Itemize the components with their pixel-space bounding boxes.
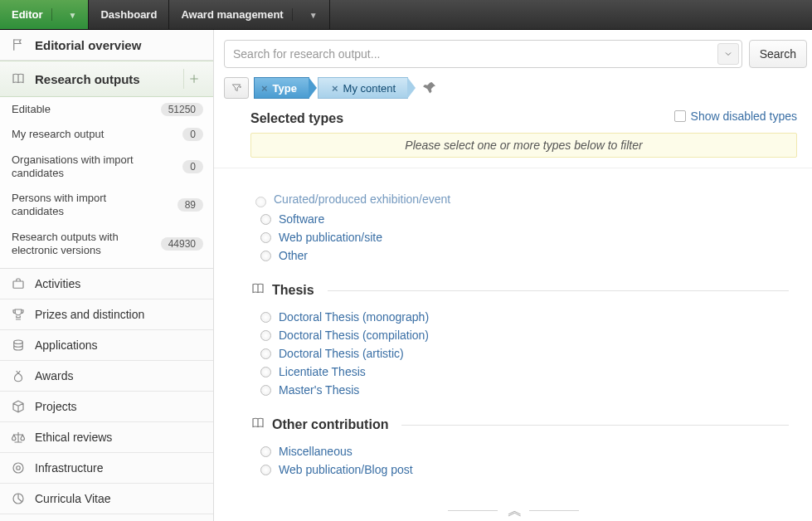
sidebar: Editorial overview Research outputs Edit… <box>0 30 214 521</box>
search-button[interactable]: Search <box>749 40 807 68</box>
sidebar-sub-persons-import[interactable]: Persons with import candidates 89 <box>0 186 213 225</box>
sidebar-item-activities[interactable]: Activities <box>0 269 213 299</box>
sidebar-sub-org-import[interactable]: Organisations with import candidates 0 <box>0 148 213 187</box>
sidebar-item-report[interactable]: Report definitions <box>0 514 213 521</box>
type-option[interactable]: Miscellaneous <box>255 442 789 460</box>
search-input[interactable] <box>224 40 742 68</box>
filter-crumb-mycontent[interactable]: × My content <box>318 77 408 99</box>
book-icon <box>10 71 27 86</box>
topnav-editor-dropdown[interactable]: ▼ <box>51 8 77 21</box>
chevron-up-double-icon: ︽ <box>508 500 519 520</box>
sidebar-item-label: Curricula Vitae <box>35 492 111 505</box>
sidebar-item-awards[interactable]: Awards <box>0 361 213 392</box>
type-option[interactable]: Licentiate Thesis <box>255 363 789 381</box>
sidebar-item-label: Applications <box>35 338 98 352</box>
type-option-cut[interactable]: Curated/produced exhibition/event <box>250 194 789 206</box>
sidebar-sub-myresearch[interactable]: My research output 0 <box>0 122 213 147</box>
pin-icon[interactable] <box>423 80 438 97</box>
type-option[interactable]: Software <box>255 210 789 228</box>
chevron-down-icon: ▼ <box>69 11 77 20</box>
sidebar-sub-electronic[interactable]: Research outputs with electronic version… <box>0 225 213 264</box>
pie-icon <box>10 491 27 506</box>
svg-point-1 <box>14 340 23 344</box>
add-filter-button[interactable] <box>224 77 249 99</box>
svg-rect-0 <box>13 281 23 288</box>
filter-notice: Please select one or more types below to… <box>250 133 797 158</box>
sidebar-item-infrastructure[interactable]: Infrastructure <box>0 453 213 484</box>
type-group-title: Thesis <box>272 283 314 298</box>
remove-filter-icon[interactable]: × <box>332 82 338 95</box>
type-option[interactable]: Doctoral Thesis (monograph) <box>255 308 789 326</box>
main-layout: Editorial overview Research outputs Edit… <box>0 30 812 521</box>
topnav-editor-label: Editor <box>12 8 43 21</box>
divider <box>448 510 498 511</box>
filter-crumb-type[interactable]: × Type <box>254 77 309 99</box>
type-group-title: Other contribution <box>272 417 388 432</box>
flag-icon <box>10 37 27 52</box>
type-option[interactable]: Doctoral Thesis (compilation) <box>255 326 789 344</box>
sidebar-item-prizes[interactable]: Prizes and distinction <box>0 299 213 330</box>
sidebar-item-ethical[interactable]: Ethical reviews <box>0 422 213 453</box>
type-scrollpane[interactable]: Curated/produced exhibition/event Softwa… <box>214 194 812 498</box>
chevron-down-icon: ▼ <box>309 11 318 20</box>
sidebar-research-label: Research outputs <box>35 72 140 86</box>
svg-point-3 <box>17 466 21 470</box>
sidebar-sub-label: Organisations with import candidates <box>12 153 144 181</box>
type-option[interactable]: Web publication/site <box>255 228 789 246</box>
topnav-award[interactable]: Award management ▼ <box>169 0 329 29</box>
sidebar-sub-label: My research output <box>12 128 104 141</box>
collapse-panel-button[interactable]: ︽ <box>214 499 812 521</box>
topnav-dashboard[interactable]: Dashboard <box>89 0 169 29</box>
sidebar-item-cv[interactable]: Curricula Vitae <box>0 484 213 514</box>
sidebar-item-label: Infrastructure <box>35 461 103 475</box>
type-group-thesis: Doctoral Thesis (monograph) Doctoral The… <box>250 308 789 399</box>
svg-point-2 <box>13 463 23 473</box>
show-disabled-label: Show disabled types <box>691 110 797 123</box>
top-navbar: Editor ▼ Dashboard Award management ▼ <box>0 0 812 30</box>
scales-icon <box>10 430 27 445</box>
count-badge: 89 <box>177 198 203 212</box>
sidebar-editorial-label: Editorial overview <box>35 38 141 52</box>
sidebar-item-label: Projects <box>35 400 77 413</box>
filter-row: × Type × My content <box>214 75 812 101</box>
topnav-award-dropdown[interactable]: ▼ <box>292 8 318 21</box>
search-dropdown-toggle[interactable] <box>717 43 739 65</box>
sidebar-research-outputs[interactable]: Research outputs <box>0 61 213 97</box>
type-option[interactable]: Other <box>255 246 789 265</box>
add-research-output-button[interactable] <box>183 69 203 89</box>
sidebar-sub-label: Research outputs with electronic version… <box>12 231 144 258</box>
topnav-dashboard-label: Dashboard <box>100 8 157 21</box>
checkbox-icon <box>674 110 686 122</box>
search-row: Search <box>214 40 812 75</box>
book-icon <box>250 416 265 434</box>
type-option[interactable]: Master's Thesis <box>255 381 789 399</box>
type-group-pre: Software Web publication/site Other <box>250 210 789 265</box>
topnav-award-label: Award management <box>181 8 283 21</box>
count-badge: 51250 <box>161 103 203 116</box>
book-icon <box>250 281 265 299</box>
filter-crumb-label: Type <box>273 82 297 95</box>
ring-icon <box>10 460 27 475</box>
moneybag-icon <box>10 368 27 383</box>
divider <box>529 510 579 511</box>
sidebar-research-subpanel: Editable 51250 My research output 0 Orga… <box>0 97 213 269</box>
coins-icon <box>10 338 27 353</box>
sidebar-item-label: Awards <box>35 369 73 382</box>
remove-filter-icon[interactable]: × <box>261 82 268 95</box>
count-badge: 44930 <box>161 237 203 251</box>
sidebar-sub-editable[interactable]: Editable 51250 <box>0 97 213 122</box>
briefcase-icon <box>10 276 27 291</box>
sidebar-editorial-overview[interactable]: Editorial overview <box>0 30 213 61</box>
selected-types-panel: Selected types Show disabled types Pleas… <box>214 101 812 168</box>
sidebar-item-label: Activities <box>35 277 80 290</box>
show-disabled-toggle[interactable]: Show disabled types <box>674 110 797 123</box>
type-option[interactable]: Doctoral Thesis (artistic) <box>255 344 789 363</box>
type-option[interactable]: Web publication/Blog post <box>255 460 789 479</box>
type-group-other: Miscellaneous Web publication/Blog post <box>250 442 789 479</box>
sidebar-item-label: Prizes and distinction <box>35 308 144 321</box>
sidebar-item-applications[interactable]: Applications <box>0 330 213 361</box>
sidebar-item-projects[interactable]: Projects <box>0 392 213 422</box>
type-group-other-head: Other contribution <box>250 416 789 434</box>
sidebar-sub-label: Editable <box>12 103 51 116</box>
topnav-editor[interactable]: Editor ▼ <box>0 0 89 29</box>
